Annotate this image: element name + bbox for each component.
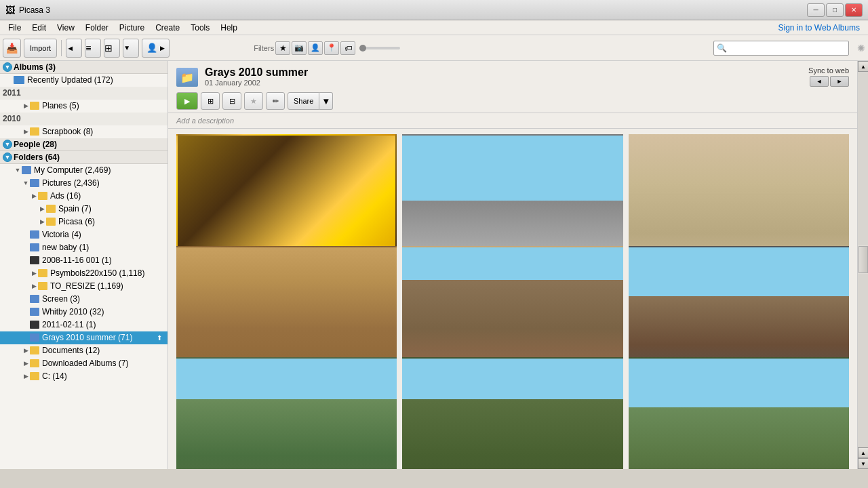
c-drive-icon [30, 372, 39, 380]
view-mode-2-button[interactable]: ⊟ [222, 92, 241, 110]
scroll-up-arrow-mid[interactable]: ▲ [858, 447, 868, 458]
app-icon: 🖼 [5, 5, 15, 16]
sidebar-item-spain[interactable]: ▶ Spain (7) [0, 203, 167, 216]
photo-thumb-8[interactable] [402, 357, 623, 469]
sync-toggle-right[interactable]: ► [830, 76, 849, 87]
tree-arrow-pictures: ▼ [22, 179, 30, 187]
sidebar-item-psymbols[interactable]: ▶ Psymbols220x150 (1,118) [0, 267, 167, 280]
album-title: Grays 2010 summer [205, 66, 308, 79]
albums-section-header[interactable]: ▼ Albums (3) [0, 61, 167, 74]
menu-create[interactable]: Create [150, 22, 185, 34]
tree-arrow-planes: ▶ [22, 102, 30, 110]
minimize-button[interactable]: ─ [807, 3, 825, 17]
play-slideshow-button[interactable]: ▶ [176, 92, 198, 110]
sidebar-item-c-drive[interactable]: ▶ C: (14) [0, 370, 167, 383]
filter-camera-button[interactable]: 📷 [292, 41, 307, 55]
titlebar: 🖼 Picasa 3 ─ □ ✕ [0, 0, 868, 20]
menu-edit[interactable]: Edit [26, 22, 52, 34]
menu-tools[interactable]: Tools [185, 22, 215, 34]
filters-label: Filters [254, 44, 274, 52]
app-title: Picasa 3 [19, 5, 50, 15]
downloaded-icon [30, 359, 39, 367]
scrapbook-icon [30, 127, 39, 136]
scroll-thumb-top[interactable] [859, 246, 868, 273]
folders-expand-circle[interactable]: ▼ [3, 152, 12, 162]
edit-button[interactable]: ✏ [266, 92, 285, 110]
back-button[interactable]: ◄ [66, 39, 82, 58]
albums-expand-circle[interactable]: ▼ [3, 62, 12, 72]
ads-icon [38, 192, 47, 200]
import-icon-btn[interactable]: 📥 [3, 39, 21, 58]
scroll-track-mid[interactable] [858, 274, 868, 447]
computer-icon [22, 166, 31, 174]
folders-section-header[interactable]: ▼ Folders (64) [0, 151, 167, 164]
scroll-up-arrow[interactable]: ▲ [858, 61, 868, 72]
face-detect-button[interactable]: 👤▶ [142, 39, 170, 58]
list-view-button[interactable]: ≡ [85, 39, 101, 58]
sidebar-item-to-resize[interactable]: ▶ TO_RESIZE (1,169) [0, 280, 167, 293]
sidebar-item-date-0211[interactable]: 2011-02-11 (1) [0, 319, 167, 331]
view-mode-1-button[interactable]: ⊞ [201, 92, 220, 110]
sidebar-item-ads[interactable]: ▶ Ads (16) [0, 190, 167, 203]
share-button[interactable]: Share [288, 92, 319, 110]
sidebar-item-new-baby[interactable]: new baby (1) [0, 241, 167, 254]
sidebar-item-recently-updated[interactable]: Recently Updated (172) [0, 74, 167, 87]
sidebar-item-scrapbook[interactable]: ▶ Scrapbook (8) [0, 125, 167, 138]
view-dropdown-button[interactable]: ▼ [123, 39, 139, 58]
tree-arrow-downloaded: ▶ [22, 359, 30, 367]
sign-in-link[interactable]: Sign in to Web Albums [772, 22, 865, 34]
people-expand-circle[interactable]: ▼ [3, 140, 12, 149]
sidebar-item-documents[interactable]: ▶ Documents (12) [0, 344, 167, 357]
close-button[interactable]: ✕ [845, 3, 863, 17]
share-dropdown-button[interactable]: ▼ [319, 92, 333, 110]
sidebar-item-downloaded-albums[interactable]: ▶ Downloaded Albums (7) [0, 357, 167, 370]
sync-toggle-left[interactable]: ◄ [810, 76, 829, 87]
filter-person-button[interactable]: 👤 [308, 41, 323, 55]
filter-location-button[interactable]: 📍 [324, 41, 339, 55]
search-bar: 🔍 [713, 41, 849, 56]
main-toolbar: 📥 Import ◄ ≡ ⊞ ▼ 👤▶ Filters ★ 📷 👤 📍 🏷 🔍 … [0, 35, 868, 61]
sidebar-item-picasa[interactable]: ▶ Picasa (6) [0, 216, 167, 228]
whitby-icon [30, 308, 39, 316]
menu-picture[interactable]: Picture [114, 22, 150, 34]
scroll-down-arrow[interactable]: ▼ [858, 458, 868, 469]
sidebar-item-planes[interactable]: ▶ Planes (5) [0, 100, 167, 113]
grays-icon [30, 333, 39, 342]
menu-help[interactable]: Help [215, 22, 243, 34]
grid-view-button[interactable]: ⊞ [104, 39, 120, 58]
date-0211-icon [30, 321, 39, 329]
folders-section-label: Folders (64) [14, 152, 60, 162]
filter-star-button[interactable]: ★ [275, 41, 290, 55]
action-toolbar: ▶ ⊞ ⊟ ★ ✏ Share ▼ [168, 89, 857, 113]
description-placeholder: Add a description [176, 117, 234, 125]
photo-thumb-9[interactable] [629, 357, 849, 469]
sidebar-item-whitby[interactable]: Whitby 2010 (32) [0, 306, 167, 319]
scroll-track-top[interactable] [858, 72, 868, 245]
sidebar-item-my-computer[interactable]: ▼ My Computer (2,469) [0, 164, 167, 177]
sidebar-item-grays[interactable]: Grays 2010 summer (71) ⬆ [0, 331, 167, 344]
sidebar-item-victoria[interactable]: Victoria (4) [0, 228, 167, 241]
menu-view[interactable]: View [52, 22, 80, 34]
filter-slider[interactable] [359, 47, 400, 49]
maximize-button[interactable]: □ [826, 3, 844, 17]
upload-icon: ⬆ [157, 334, 162, 342]
search-input[interactable] [730, 44, 838, 52]
menu-file[interactable]: File [3, 22, 26, 34]
sidebar-item-date-001[interactable]: 2008-11-16 001 (1) [0, 254, 167, 267]
menu-folder[interactable]: Folder [80, 22, 114, 34]
people-section-header[interactable]: ▼ People (28) [0, 138, 167, 151]
content-panel: 📁 Grays 2010 summer 01 January 2002 Sync… [168, 61, 857, 469]
album-date: 01 January 2002 [205, 79, 308, 87]
description-bar: Add a description [168, 113, 857, 129]
star-button[interactable]: ★ [244, 92, 263, 110]
photo-thumb-7[interactable] [176, 357, 397, 469]
filter-tag-button[interactable]: 🏷 [340, 41, 355, 55]
sidebar-item-pictures[interactable]: ▼ Pictures (2,436) [0, 177, 167, 190]
toolbar-separator-1 [61, 40, 62, 56]
filters-section: Filters ★ 📷 👤 📍 🏷 [254, 41, 403, 55]
sidebar-item-screen[interactable]: Screen (3) [0, 293, 167, 306]
import-button[interactable]: Import [24, 39, 57, 58]
pictures-icon [30, 179, 39, 187]
sidebar: ▼ Albums (3) Recently Updated (172) 2011… [0, 61, 168, 469]
date-001-icon [30, 256, 39, 264]
